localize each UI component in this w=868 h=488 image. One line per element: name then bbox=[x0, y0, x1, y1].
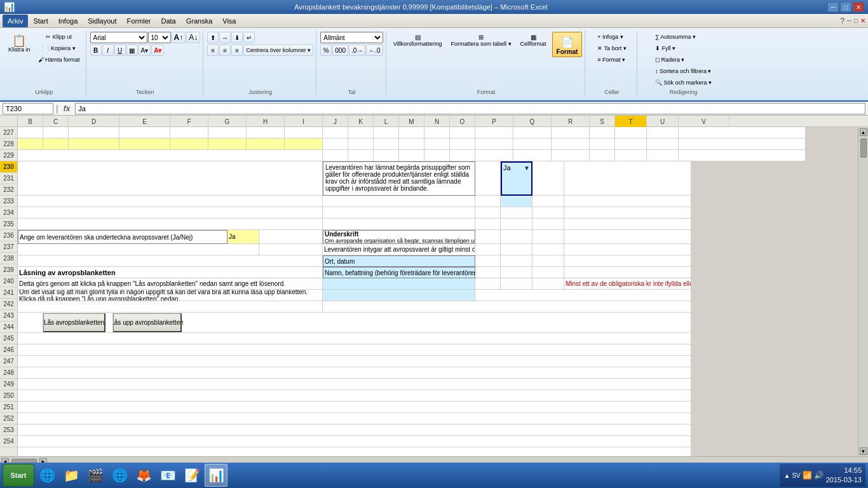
cell-K227[interactable] bbox=[348, 127, 374, 139]
cell-merged-231[interactable] bbox=[18, 196, 323, 207]
cell-252[interactable] bbox=[18, 447, 691, 456]
cell-S227[interactable] bbox=[590, 127, 615, 139]
row-num-245[interactable]: 245 bbox=[0, 333, 17, 344]
row-num-247[interactable]: 247 bbox=[0, 356, 17, 367]
cell-T229[interactable] bbox=[615, 150, 647, 161]
row-num-231[interactable]: 231 bbox=[0, 173, 17, 184]
align-middle-btn[interactable]: ↔ bbox=[219, 32, 231, 43]
cell-T232[interactable] bbox=[501, 207, 532, 219]
cell-merged-233[interactable] bbox=[18, 219, 323, 230]
cell-P231[interactable] bbox=[323, 196, 475, 207]
row-num-243[interactable]: 243 bbox=[0, 310, 17, 322]
cell-G228[interactable] bbox=[208, 139, 247, 150]
italic-btn[interactable]: I bbox=[102, 44, 114, 56]
cell-H228[interactable] bbox=[247, 139, 285, 150]
cell-V236[interactable] bbox=[564, 255, 691, 267]
bold-btn[interactable]: B bbox=[90, 44, 102, 56]
cell-F228[interactable] bbox=[170, 139, 208, 150]
cell-U236[interactable] bbox=[532, 255, 564, 267]
row-num-230[interactable]: 230 bbox=[0, 161, 17, 173]
cell-M227[interactable] bbox=[399, 127, 424, 139]
cell-U238[interactable] bbox=[532, 278, 564, 290]
name-box[interactable] bbox=[3, 103, 53, 114]
cell-O227[interactable] bbox=[450, 127, 475, 139]
menu-sidlayout[interactable]: Sidlayout bbox=[83, 15, 121, 27]
col-T[interactable]: T bbox=[615, 116, 647, 127]
font-selector[interactable]: Arial bbox=[90, 32, 147, 43]
increase-decimal-btn[interactable]: .0→ bbox=[349, 44, 365, 56]
cell-I228[interactable] bbox=[285, 139, 323, 150]
cell-U229[interactable] bbox=[647, 150, 679, 161]
cell-N228[interactable] bbox=[424, 139, 450, 150]
menu-infoga[interactable]: Infoga bbox=[53, 15, 83, 27]
menu-arkiv[interactable]: Arkiv bbox=[3, 15, 28, 27]
cell-leverantor-text[interactable]: Leverantören har lämnat begärda prisuppg… bbox=[323, 161, 475, 196]
cell-F227[interactable] bbox=[170, 127, 208, 139]
cell-U237[interactable] bbox=[532, 267, 564, 278]
taskbar-ie[interactable]: 🌐 bbox=[36, 464, 58, 487]
format-button[interactable]: 📄 Format bbox=[552, 32, 583, 57]
cell-S233[interactable] bbox=[475, 219, 501, 230]
cell-L229[interactable] bbox=[374, 150, 399, 161]
number-format-selector[interactable]: Allmänt bbox=[320, 32, 383, 43]
cell-240-a[interactable] bbox=[18, 301, 323, 313]
cell-merged-236[interactable] bbox=[18, 255, 323, 267]
taskbar-word[interactable]: 📝 bbox=[180, 464, 203, 487]
col-B[interactable]: B bbox=[18, 116, 43, 127]
cell-J228[interactable] bbox=[323, 139, 348, 150]
sort-filter-btn[interactable]: ↕ Sortera och filtrera ▾ bbox=[652, 66, 715, 76]
cell-S230[interactable] bbox=[475, 161, 501, 196]
cell-E227[interactable] bbox=[119, 127, 170, 139]
cell-O229[interactable] bbox=[450, 150, 475, 161]
clock[interactable]: 14:55 2015-03-13 bbox=[826, 466, 862, 485]
menu-visa[interactable]: Visa bbox=[217, 15, 241, 27]
cell-V230[interactable] bbox=[564, 161, 691, 196]
row-num-232[interactable]: 232 bbox=[0, 184, 17, 196]
delete-cells-btn[interactable]: ✕ Ta bort ▾ bbox=[594, 43, 629, 53]
cell-V235[interactable] bbox=[564, 244, 691, 255]
cell-U227[interactable] bbox=[647, 127, 679, 139]
cell-R228[interactable] bbox=[552, 139, 590, 150]
cell-E228[interactable] bbox=[119, 139, 170, 150]
cell-V233[interactable] bbox=[564, 219, 691, 230]
menu-data[interactable]: Data bbox=[156, 15, 180, 27]
cell-namn-input[interactable] bbox=[323, 278, 475, 290]
cell-250[interactable] bbox=[18, 424, 691, 436]
font-size-selector[interactable]: 10 bbox=[148, 32, 171, 43]
cell-D227[interactable] bbox=[69, 127, 119, 139]
cell-P229[interactable] bbox=[475, 150, 513, 161]
cell-B241[interactable] bbox=[18, 313, 43, 333]
cell-L228[interactable] bbox=[374, 139, 399, 150]
cell-M229[interactable] bbox=[399, 150, 424, 161]
wrap-text-btn[interactable]: ↵ bbox=[243, 32, 255, 43]
dropdown-arrow-T230[interactable]: ▼ bbox=[524, 165, 530, 172]
cell-U233[interactable] bbox=[532, 219, 564, 230]
cell-N229[interactable] bbox=[424, 150, 450, 161]
cell-S234[interactable] bbox=[475, 230, 501, 244]
cell-S236[interactable] bbox=[475, 255, 501, 267]
cell-rest-241[interactable] bbox=[183, 313, 691, 333]
cell-K229[interactable] bbox=[348, 150, 374, 161]
menu-granska[interactable]: Granska bbox=[181, 15, 218, 27]
col-C[interactable]: C bbox=[43, 116, 69, 127]
cell-U231[interactable] bbox=[532, 196, 564, 207]
cell-U232[interactable] bbox=[532, 207, 564, 219]
border-btn[interactable]: ▦ bbox=[126, 44, 138, 56]
col-R[interactable]: R bbox=[552, 116, 590, 127]
cell-U234[interactable] bbox=[532, 230, 564, 244]
row-num-252[interactable]: 252 bbox=[0, 413, 17, 424]
cell-R229[interactable] bbox=[552, 150, 590, 161]
col-H[interactable]: H bbox=[247, 116, 285, 127]
col-O[interactable]: O bbox=[450, 116, 475, 127]
row-num-242[interactable]: 242 bbox=[0, 299, 17, 310]
row-num-250[interactable]: 250 bbox=[0, 390, 17, 402]
cell-248[interactable] bbox=[18, 402, 691, 413]
cell-merged-230-left[interactable] bbox=[18, 161, 323, 196]
row-num-249[interactable]: 249 bbox=[0, 379, 17, 390]
cell-P233[interactable] bbox=[323, 219, 475, 230]
cell-B227[interactable] bbox=[18, 127, 43, 139]
cell-T228[interactable] bbox=[615, 139, 647, 150]
cell-T231[interactable] bbox=[501, 196, 532, 207]
restore-btn[interactable]: □ bbox=[840, 2, 851, 12]
autosum-btn[interactable]: ∑ Autosumma ▾ bbox=[652, 32, 699, 42]
